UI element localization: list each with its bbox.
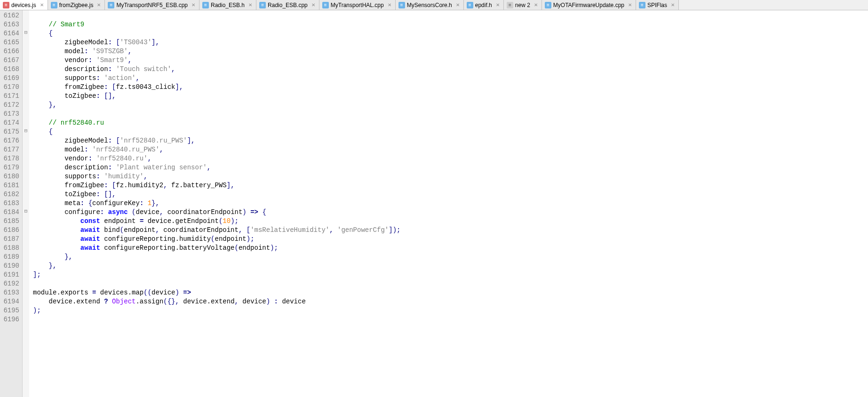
code-line[interactable]: model: 'S9TSZGB', <box>33 47 868 56</box>
line-number: 6163 <box>2 20 19 29</box>
close-icon[interactable]: ✕ <box>533 2 539 8</box>
code-line[interactable]: description: 'Plant watering sensor', <box>33 163 868 172</box>
line-number: 6174 <box>2 119 19 127</box>
close-icon[interactable]: ✕ <box>311 2 316 8</box>
tab-label: MyTransportNRF5_ESB.cpp <box>116 2 188 8</box>
code-line[interactable]: toZigbee: [], <box>33 92 868 101</box>
fold-toggle <box>23 171 29 180</box>
line-number: 6193 <box>2 288 19 297</box>
fold-toggle <box>23 37 29 46</box>
editor: 6162616361646165616661676168616961706171… <box>0 10 868 397</box>
line-number: 6175 <box>2 127 19 136</box>
close-icon[interactable]: ✕ <box>387 2 392 8</box>
fold-toggle <box>23 10 29 19</box>
tab-mytransportnrf5-esb-cpp[interactable]: ≡MyTransportNRF5_ESB.cpp✕ <box>105 0 199 10</box>
code-line[interactable] <box>33 315 868 324</box>
fold-toggle <box>23 64 29 73</box>
code-line[interactable]: }, <box>33 253 868 262</box>
code-line[interactable]: // nrf52840.ru <box>33 119 868 127</box>
code-line[interactable] <box>33 110 868 119</box>
fold-toggle <box>23 109 29 118</box>
code-line[interactable]: supports: 'action', <box>33 74 868 83</box>
file-icon: ≡ <box>507 2 513 8</box>
code-line[interactable]: vendor: 'nrf52840.ru', <box>33 154 868 163</box>
fold-toggle <box>23 162 29 171</box>
file-icon: ≡ <box>639 2 645 8</box>
tab-new-2[interactable]: ≡new 2✕ <box>504 0 542 10</box>
tab-mytransporthal-cpp[interactable]: ≡MyTransportHAL.cpp✕ <box>319 0 396 10</box>
code-line[interactable]: fromZigbee: [fz.ts0043_click], <box>33 83 868 92</box>
close-icon[interactable]: ✕ <box>627 2 633 8</box>
code-line[interactable]: model: 'nrf52840.ru_PWS', <box>33 145 868 154</box>
tab-devices-js[interactable]: ≡devices.js✕ <box>0 0 48 10</box>
close-icon[interactable]: ✕ <box>495 2 501 8</box>
line-number: 6181 <box>2 181 19 190</box>
code-line[interactable]: await configureReporting.batteryVoltage(… <box>33 244 868 253</box>
line-number: 6189 <box>2 253 19 262</box>
line-number: 6190 <box>2 262 19 270</box>
code-line[interactable]: device.extend ? Object.assign({}, device… <box>33 297 868 306</box>
code-line[interactable]: configure: async (device, coordinatorEnd… <box>33 208 868 217</box>
fold-toggle <box>23 225 29 234</box>
code-line[interactable]: fromZigbee: [fz.humidity2, fz.battery_PW… <box>33 181 868 190</box>
close-icon[interactable]: ✕ <box>39 2 45 8</box>
fold-toggle <box>23 305 29 314</box>
tab-myotafirmwareupdate-cpp[interactable]: ≡MyOTAFirmwareUpdate.cpp✕ <box>542 0 636 10</box>
fold-toggle <box>23 135 29 144</box>
code-line[interactable]: zigbeeModel: ['nrf52840.ru_PWS'], <box>33 136 868 145</box>
close-icon[interactable]: ✕ <box>670 2 676 8</box>
tab-label: MyTransportHAL.cpp <box>331 2 384 8</box>
code-line[interactable]: toZigbee: [], <box>33 190 868 199</box>
close-icon[interactable]: ✕ <box>96 2 102 8</box>
fold-toggle <box>23 91 29 100</box>
tab-epdif-h[interactable]: ≡epdif.h✕ <box>464 0 504 10</box>
code-line[interactable]: description: 'Touch switch', <box>33 65 868 74</box>
code-line[interactable]: }, <box>33 101 868 110</box>
fold-toggle <box>23 198 29 207</box>
line-number: 6171 <box>2 92 19 101</box>
code-line[interactable]: vendor: 'Smart9', <box>33 56 868 65</box>
line-number: 6170 <box>2 83 19 92</box>
line-number: 6165 <box>2 38 19 47</box>
fold-toggle[interactable]: ⊟ <box>23 28 29 37</box>
code-line[interactable]: { <box>33 29 868 38</box>
tab-mysensorscore-h[interactable]: ≡MySensorsCore.h✕ <box>396 0 464 10</box>
line-number: 6194 <box>2 297 19 306</box>
tab-radio-esb-cpp[interactable]: ≡Radio_ESB.cpp✕ <box>256 0 319 10</box>
code-line[interactable]: supports: 'humidity', <box>33 172 868 181</box>
code-line[interactable] <box>33 279 868 288</box>
tab-spiflas[interactable]: ≡SPIFlas✕ <box>636 0 679 10</box>
line-number: 6184 <box>2 208 19 217</box>
code-area[interactable]: // Smart9 { zigbeeModel: ['TS0043'], mod… <box>29 10 868 397</box>
close-icon[interactable]: ✕ <box>247 2 253 8</box>
close-icon[interactable]: ✕ <box>455 2 461 8</box>
code-line[interactable]: const endpoint = device.getEndpoint(10); <box>33 217 868 226</box>
tab-label: new 2 <box>515 2 530 8</box>
code-line[interactable]: ]; <box>33 270 868 279</box>
code-line[interactable]: meta: {configureKey: 1}, <box>33 199 868 208</box>
tab-fromzigbee-js[interactable]: ≡fromZigbee.js✕ <box>48 0 105 10</box>
code-line[interactable]: { <box>33 127 868 136</box>
fold-toggle[interactable]: ⊟ <box>23 207 29 216</box>
file-icon: ≡ <box>3 2 9 8</box>
code-line[interactable]: // Smart9 <box>33 20 868 29</box>
code-line[interactable]: zigbeeModel: ['TS0043'], <box>33 38 868 47</box>
close-icon[interactable]: ✕ <box>191 2 196 8</box>
code-line[interactable]: ); <box>33 306 868 315</box>
code-line[interactable]: await bind(endpoint, coordinatorEndpoint… <box>33 226 868 235</box>
line-number-gutter: 6162616361646165616661676168616961706171… <box>0 10 23 397</box>
tab-radio-esb-h[interactable]: ≡Radio_ESB.h✕ <box>199 0 256 10</box>
fold-column[interactable]: ⊟⊟⊟ <box>23 10 29 397</box>
fold-toggle[interactable]: ⊟ <box>23 127 29 135</box>
line-number: 6177 <box>2 145 19 154</box>
code-line[interactable]: await configureReporting.humidity(endpoi… <box>33 235 868 244</box>
code-line[interactable]: }, <box>33 262 868 270</box>
fold-toggle <box>23 243 29 252</box>
code-line[interactable]: module.exports = devices.map((device) => <box>33 288 868 297</box>
tab-label: fromZigbee.js <box>59 2 94 8</box>
file-icon: ≡ <box>202 2 209 8</box>
file-icon: ≡ <box>108 2 114 8</box>
line-number: 6169 <box>2 74 19 83</box>
code-line[interactable] <box>33 11 868 20</box>
line-number: 6192 <box>2 279 19 288</box>
